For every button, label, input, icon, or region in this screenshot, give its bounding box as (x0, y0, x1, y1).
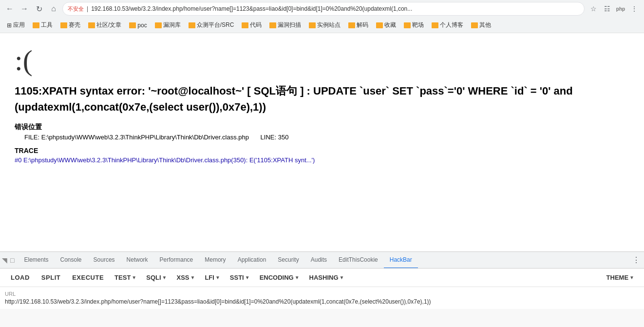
address-bar[interactable]: 不安全 | 192.168.10.53/web/3.2.3/index.php/… (62, 2, 585, 16)
bookmark-crowdsrc[interactable]: 众测平台/SRC (186, 20, 237, 30)
tab-hackbar[interactable]: HackBar (384, 252, 418, 269)
folder-icon (376, 22, 383, 28)
nav-bar: ← → ↻ ⌂ 不安全 | 192.168.10.53/web/3.2.3/in… (0, 0, 644, 18)
sad-face: :( (15, 43, 629, 78)
folder-icon (33, 22, 39, 28)
hackbar-lfi-dropdown[interactable]: LFI ▼ (200, 269, 225, 287)
url-section: URL http://192.168.10.53/web/3.2.3/index… (0, 287, 644, 309)
address-url: 192.168.10.53/web/3.2.3/index.php/home/u… (91, 5, 579, 12)
bookmark-apps[interactable]: ⊞ 应用 (4, 20, 28, 30)
tab-sources[interactable]: Sources (88, 252, 121, 269)
forward-button[interactable]: → (19, 3, 30, 15)
folder-icon (432, 22, 438, 28)
hackbar-theme-dropdown[interactable]: THEME ▼ (602, 269, 639, 287)
folder-icon (269, 22, 276, 28)
error-line: LINE: 350 (261, 134, 289, 141)
url-value: http://192.168.10.53/web/3.2.3/index.php… (5, 298, 639, 305)
hackbar-split-button[interactable]: SPLIT (36, 269, 66, 287)
back-button[interactable]: ← (4, 3, 16, 15)
tab-elements[interactable]: Elements (18, 252, 54, 269)
bookmark-code[interactable]: 代码 (239, 20, 265, 30)
bookmark-vulndb[interactable]: 漏洞库 (152, 20, 184, 30)
tab-editthiscookie[interactable]: EditThisCookie (333, 252, 384, 269)
devtools-toggle[interactable]: ◥ (2, 256, 7, 264)
bookmark-tools[interactable]: 工具 (30, 20, 56, 30)
tab-performance[interactable]: Performance (154, 252, 199, 269)
hackbar-hashing-dropdown[interactable]: HASHING ▼ (304, 269, 349, 287)
page-content: :( 1105:XPATH syntax error: '~root@local… (0, 33, 644, 327)
more-button[interactable]: ⋮ (628, 3, 640, 15)
encoding-dropdown-arrow: ▼ (295, 275, 300, 280)
browser-chrome: ← → ↻ ⌂ 不安全 | 192.168.10.53/web/3.2.3/in… (0, 0, 644, 33)
lfi-dropdown-arrow: ▼ (215, 275, 220, 280)
test-dropdown-arrow: ▼ (132, 275, 136, 280)
hackbar-xss-dropdown[interactable]: XSS ▼ (171, 269, 200, 287)
folder-icon (60, 22, 67, 28)
home-button[interactable]: ⌂ (48, 3, 59, 15)
extensions-button[interactable]: ☷ (601, 3, 613, 15)
tab-network[interactable]: Network (121, 252, 154, 269)
bookmark-examples[interactable]: 实例站点 (306, 20, 343, 30)
hackbar-test-dropdown[interactable]: TEST ▼ (110, 269, 141, 287)
devtools-panel: ◥ □ Elements Console Sources Network Per… (0, 251, 644, 327)
tab-audits[interactable]: Audits (305, 252, 333, 269)
reload-button[interactable]: ↻ (33, 3, 45, 15)
sqli-dropdown-arrow: ▼ (162, 275, 167, 280)
tab-console[interactable]: Console (55, 252, 88, 269)
folder-icon (189, 22, 195, 28)
bookmark-poc[interactable]: poc (126, 21, 150, 30)
url-label: URL (5, 291, 639, 297)
bookmarks-bar: ⊞ 应用 工具 赛壳 社区/文章 poc 漏洞库 众测平台/SRC (0, 18, 644, 33)
folder-icon (309, 22, 316, 28)
hackbar-execute-button[interactable]: EXECUTE (66, 269, 110, 287)
nav-icons: ☆ ☷ php ⋮ (587, 3, 640, 15)
bookmark-range[interactable]: 靶场 (401, 20, 427, 30)
hackbar-load-button[interactable]: LOAD (5, 269, 36, 287)
error-file: FILE: E:\phpstudy\WWW\web\3.2.3\ThinkPHP… (15, 134, 629, 141)
folder-icon (129, 22, 136, 28)
error-file-path: FILE: E:\phpstudy\WWW\web\3.2.3\ThinkPHP… (24, 134, 249, 141)
hackbar-toolbar: LOAD SPLIT EXECUTE TEST ▼ SQLI ▼ XSS ▼ L… (0, 269, 644, 287)
devtools-popout[interactable]: □ (10, 256, 14, 264)
bookmark-community[interactable]: 社区/文章 (85, 20, 124, 30)
folder-icon (404, 22, 411, 28)
hashing-dropdown-arrow: ▼ (340, 275, 344, 280)
hackbar-ssti-dropdown[interactable]: SSTI ▼ (225, 269, 255, 287)
bookmark-vulnscan[interactable]: 漏洞扫描 (266, 20, 304, 30)
devtools-more-menu[interactable]: ⋮ (630, 254, 642, 266)
folder-icon (471, 22, 478, 28)
hackbar-encoding-dropdown[interactable]: ENCODING ▼ (255, 269, 304, 287)
error-message: 1105:XPATH syntax error: '~root@localhos… (15, 83, 629, 115)
xss-dropdown-arrow: ▼ (190, 275, 195, 280)
error-location-title: 错误位置 (15, 123, 629, 132)
bookmark-blog[interactable]: 个人博客 (429, 20, 466, 30)
page-body: :( 1105:XPATH syntax error: '~root@local… (0, 33, 644, 251)
secure-indicator: 不安全 (68, 5, 84, 13)
bookmark-shell[interactable]: 赛壳 (57, 20, 83, 30)
ssti-dropdown-arrow: ▼ (245, 275, 250, 280)
tab-memory[interactable]: Memory (199, 252, 231, 269)
folder-icon (155, 22, 162, 28)
bookmark-other[interactable]: 其他 (468, 20, 494, 30)
theme-dropdown-arrow: ▼ (629, 275, 634, 280)
bookmark-decode[interactable]: 解码 (345, 20, 371, 30)
tab-security[interactable]: Security (272, 252, 304, 269)
php-icon[interactable]: php (615, 3, 626, 15)
tab-application[interactable]: Application (232, 252, 272, 269)
folder-icon (348, 22, 355, 28)
bookmark-favorites[interactable]: 收藏 (373, 20, 399, 30)
trace-line: #0 E:\phpstudy\WWW\web\3.2.3\ThinkPHP\Li… (15, 156, 629, 164)
address-separator: | (87, 5, 88, 12)
folder-icon (88, 22, 95, 28)
devtools-tabs: ◥ □ Elements Console Sources Network Per… (0, 252, 644, 269)
folder-icon (242, 22, 248, 28)
bookmark-star-button[interactable]: ☆ (587, 3, 599, 15)
hackbar-sqli-dropdown[interactable]: SQLI ▼ (141, 269, 171, 287)
trace-title: TRACE (15, 147, 629, 154)
